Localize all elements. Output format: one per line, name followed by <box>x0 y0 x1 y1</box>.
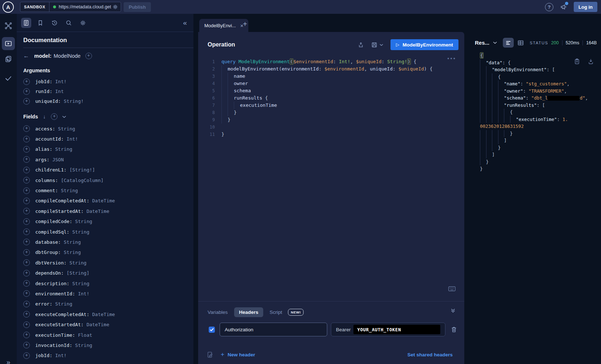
field-name[interactable]: comment: <box>35 188 58 193</box>
circle-plus-icon[interactable]: + <box>23 290 30 297</box>
expand-rail-icon[interactable]: » <box>0 358 17 364</box>
collapse-panel-icon[interactable] <box>450 308 456 313</box>
circle-plus-icon[interactable]: + <box>23 218 30 225</box>
circle-plus-icon[interactable]: + <box>23 146 30 153</box>
set-shared-headers-link[interactable]: Set shared headers <box>407 352 453 357</box>
field-name[interactable]: access: <box>35 126 55 132</box>
editor-options-icon[interactable]: ••• <box>447 55 456 61</box>
field-name[interactable]: invocationId: <box>35 343 72 348</box>
circle-plus-icon[interactable]: + <box>23 321 30 328</box>
announcements-icon[interactable] <box>560 3 567 11</box>
share-icon[interactable] <box>358 42 364 48</box>
field-name[interactable]: compileCompletedAt: <box>35 198 89 203</box>
circle-plus-icon[interactable]: + <box>23 249 30 256</box>
circle-plus-icon[interactable]: + <box>23 167 30 173</box>
field-name[interactable]: executeStartedAt: <box>35 322 84 327</box>
copy-icon[interactable] <box>574 58 580 65</box>
circle-plus-icon[interactable]: + <box>23 136 30 142</box>
field-name[interactable]: error: <box>35 301 52 307</box>
circle-plus-icon[interactable]: + <box>23 88 30 95</box>
field-name[interactable]: compiledSql: <box>35 229 69 235</box>
back-icon[interactable]: ← <box>23 53 29 59</box>
tab-variables[interactable]: Variables <box>208 310 228 315</box>
code-line[interactable]: 5schema <box>198 87 464 94</box>
code-line[interactable]: 2modelByEnvironment(environmentId: $envi… <box>198 65 464 73</box>
field-name[interactable]: childrenL1: <box>35 167 67 173</box>
code-line[interactable]: 11} <box>198 131 464 138</box>
new-header-button[interactable]: + New header <box>221 351 255 358</box>
code-line[interactable]: 6runResults { <box>198 94 464 102</box>
delete-header-icon[interactable] <box>451 326 457 333</box>
tab-script[interactable]: Script <box>270 310 283 315</box>
tab-headers[interactable]: Headers <box>234 307 263 317</box>
field-name[interactable]: alias: <box>35 146 52 152</box>
operation-tab[interactable]: ModelByEnvi... × <box>199 19 248 32</box>
bookmark-icon[interactable] <box>35 18 45 28</box>
header-value-input[interactable]: Bearer YOUR_AUTH_TOKEN <box>331 323 445 336</box>
code-line[interactable]: 4owner <box>198 80 464 87</box>
circle-plus-icon[interactable]: + <box>23 342 30 348</box>
field-name[interactable]: columns: <box>35 178 58 183</box>
env-file-icon[interactable] <box>207 351 213 358</box>
sort-icon[interactable]: ↓ <box>43 114 45 120</box>
code-line[interactable]: 8} <box>198 109 464 116</box>
field-name[interactable]: description: <box>35 281 69 286</box>
settings-icon[interactable] <box>78 18 88 28</box>
add-all-fields-icon[interactable]: + <box>51 113 57 120</box>
field-name[interactable]: compileStartedAt: <box>35 209 84 214</box>
circle-plus-icon[interactable]: + <box>23 156 30 163</box>
field-name[interactable]: environmentId: <box>35 291 75 296</box>
field-name[interactable]: executionTime: <box>35 332 75 338</box>
view-raw-icon[interactable] <box>503 38 514 48</box>
circle-plus-icon[interactable]: + <box>23 311 30 318</box>
circle-plus-icon[interactable]: + <box>23 98 30 105</box>
code-line[interactable]: 7executionTime <box>198 102 464 109</box>
endpoint-settings-icon[interactable] <box>112 4 118 10</box>
circle-plus-icon[interactable]: + <box>23 187 30 194</box>
new-tab-icon[interactable]: + <box>243 20 247 28</box>
endpoint-url[interactable]: https://metadata.cloud.get <box>59 4 112 9</box>
field-name[interactable]: executeCompletedAt: <box>35 312 89 317</box>
field-name[interactable]: dbtGroup: <box>35 250 61 255</box>
header-checkbox[interactable] <box>209 327 215 333</box>
response-title[interactable]: Res... <box>475 40 489 46</box>
apollo-logo[interactable]: A <box>3 1 14 13</box>
circle-plus-icon[interactable]: + <box>23 280 30 287</box>
login-button[interactable]: Log in <box>574 2 597 12</box>
circle-plus-icon[interactable]: + <box>23 228 30 235</box>
save-chevron-icon[interactable] <box>380 44 383 46</box>
code-line[interactable]: 3name <box>198 73 464 80</box>
circle-plus-icon[interactable]: + <box>23 177 30 183</box>
run-button[interactable]: ▷ ModelByEnvironment <box>390 39 458 50</box>
schema-icon[interactable] <box>4 22 12 30</box>
field-name[interactable]: runId: <box>35 89 52 94</box>
circle-plus-icon[interactable]: + <box>23 352 30 359</box>
circle-plus-icon[interactable]: + <box>23 270 30 276</box>
response-chevron-icon[interactable] <box>493 41 497 44</box>
add-type-icon[interactable]: + <box>85 53 92 59</box>
code-line[interactable]: 1query ModelByEnvironment($environmentId… <box>198 58 464 65</box>
search-icon[interactable] <box>64 18 74 28</box>
code-line[interactable]: 10 <box>198 124 464 131</box>
field-name[interactable]: compiledCode: <box>35 219 72 224</box>
circle-plus-icon[interactable]: + <box>23 198 30 204</box>
help-icon[interactable]: ? <box>545 3 553 11</box>
publish-button[interactable]: Publish <box>124 2 151 12</box>
save-icon[interactable] <box>371 42 377 48</box>
header-name-input[interactable]: Authorization <box>220 323 327 336</box>
circle-plus-icon[interactable]: + <box>23 208 30 214</box>
field-name[interactable]: database: <box>35 239 61 245</box>
fields-chevron-icon[interactable] <box>62 116 66 118</box>
circle-plus-icon[interactable]: + <box>23 301 30 307</box>
endpoint-box[interactable]: SANDBOX https://metadata.cloud.get <box>20 2 121 12</box>
collapse-docs-icon[interactable]: « <box>183 19 187 27</box>
circle-plus-icon[interactable]: + <box>23 78 30 85</box>
circle-plus-icon[interactable]: + <box>23 239 30 245</box>
keyboard-shortcuts-icon[interactable] <box>448 286 456 291</box>
field-name[interactable]: uniqueId: <box>35 98 61 104</box>
field-name[interactable]: jobId: <box>35 79 52 84</box>
view-table-icon[interactable] <box>517 40 524 46</box>
field-name[interactable]: args: <box>35 157 49 162</box>
checks-icon[interactable] <box>4 75 12 83</box>
field-name[interactable]: accountId: <box>35 136 64 142</box>
